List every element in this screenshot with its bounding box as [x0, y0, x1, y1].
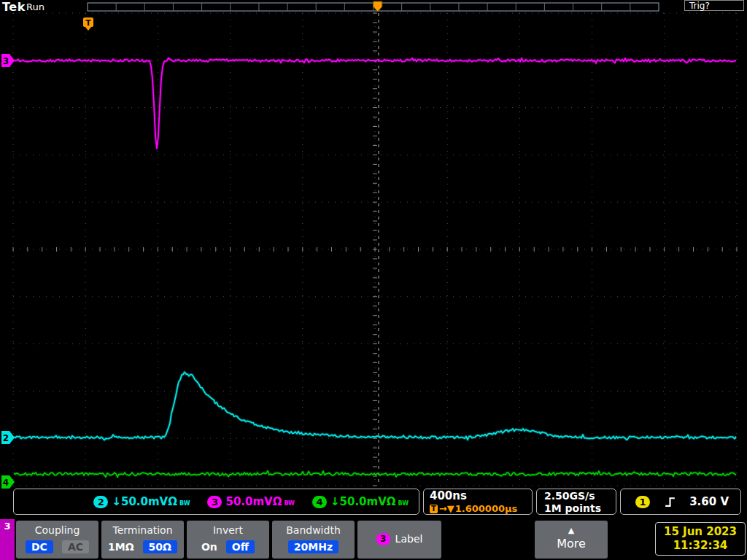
option-20mhz[interactable]: 20MHz — [288, 540, 338, 553]
menu-button-invert[interactable]: InvertOnOff — [187, 521, 269, 559]
channel-readout-3[interactable]: 350.0mVΩBW — [207, 495, 294, 508]
svg-text:4: 4 — [3, 478, 9, 488]
trace-ch4 — [14, 471, 736, 478]
trace-ch2 — [14, 372, 736, 440]
menu-button-title: Termination — [112, 524, 172, 536]
channel-2-scale: ↓50.0mVΩ — [112, 495, 177, 508]
channel-4-scale: ↓50.0mVΩ — [330, 495, 396, 508]
svg-text:T: T — [85, 18, 91, 28]
acquisition-readout: 2.50GS/s 1M points — [536, 489, 616, 515]
record-length: 1M points — [544, 502, 608, 514]
more-up-arrow-icon: ▲ — [568, 527, 574, 534]
option-on[interactable]: On — [201, 540, 217, 553]
channel-3-badge: 3 — [376, 533, 390, 545]
channel-marker-3 — [1, 54, 15, 67]
readout-bar: 2↓50.0mVΩBW350.0mVΩBW4↓50.0mVΩBW 400ns T… — [0, 487, 747, 518]
trigger-source-badge: 1 — [635, 496, 650, 508]
menu-button-label: Label — [395, 533, 423, 545]
trace-ch3 — [14, 58, 736, 149]
trigger-status-label: Trig? — [689, 1, 710, 11]
channel-2-badge: 2 — [93, 496, 108, 508]
option-1m[interactable]: 1MΩ — [108, 540, 134, 553]
option-dc[interactable]: DC — [26, 540, 53, 553]
channel-3-menu-tab[interactable]: 3 — [0, 519, 15, 560]
menu-button-title: Bandwidth — [286, 524, 341, 536]
option-50[interactable]: 50Ω — [143, 540, 177, 553]
acquisition-run-status: Run — [26, 1, 44, 12]
menu-button-title: Coupling — [35, 524, 80, 536]
menu-button-title: Invert — [213, 524, 243, 536]
trigger-readout[interactable]: 1 3.60 V — [620, 489, 741, 515]
oscilloscope-screen: Tek Run Trig? T324 2↓50.0mVΩBW350.0mVΩBW… — [0, 0, 747, 560]
trigger-level: 3.60 V — [689, 495, 729, 508]
channel-readout-2[interactable]: 2↓50.0mVΩBW — [93, 495, 190, 508]
menu-bar: 3 15 Jun 2023 11:32:34 CouplingDCACTermi… — [0, 519, 747, 560]
horizontal-readout[interactable]: 400ns T →▼ 1.600000µs — [423, 489, 533, 515]
menu-button-termination[interactable]: Termination1MΩ50Ω — [101, 521, 184, 559]
sample-rate: 2.50GS/s — [544, 490, 608, 502]
horizontal-position-prefix: →▼ — [439, 503, 454, 514]
scope-display: T324 — [0, 0, 747, 560]
svg-text:3: 3 — [3, 56, 9, 66]
channel-3-badge: 3 — [207, 496, 222, 508]
date-text: 15 Jun 2023 — [664, 525, 737, 539]
channel-4-badge: 4 — [312, 496, 327, 508]
horizontal-scale: 400ns — [430, 489, 526, 502]
trigger-status-box: Trig? — [684, 0, 744, 11]
tek-logo: Tek — [2, 0, 26, 14]
menu-button-label[interactable]: 3Label — [357, 521, 441, 559]
time-text: 11:32:34 — [673, 539, 728, 553]
option-ac[interactable]: AC — [62, 540, 89, 553]
datetime-box: 15 Jun 2023 11:32:34 — [655, 522, 746, 556]
rising-edge-icon — [664, 496, 676, 508]
bandwidth-limit-icon: BW — [179, 500, 190, 508]
horizontal-position: T →▼ 1.600000µs — [430, 503, 526, 514]
channel-3-scale: 50.0mVΩ — [225, 495, 282, 508]
bandwidth-limit-icon: BW — [398, 500, 409, 508]
option-off[interactable]: Off — [226, 540, 255, 553]
menu-button-more[interactable]: ▲More — [535, 521, 608, 559]
menu-button-label: More — [557, 537, 586, 551]
trigger-flag — [83, 18, 93, 27]
channel-3-tab-label: 3 — [4, 521, 10, 532]
channel-marker-2 — [1, 431, 15, 444]
horizontal-position-value: 1.600000µs — [455, 503, 518, 514]
svg-text:2: 2 — [3, 433, 9, 443]
menu-button-bandwidth[interactable]: Bandwidth20MHz — [272, 521, 355, 559]
top-bar: Tek Run Trig? — [0, 0, 747, 13]
channel-readouts: 2↓50.0mVΩBW350.0mVΩBW4↓50.0mVΩBW — [13, 489, 419, 515]
channel-readout-4[interactable]: 4↓50.0mVΩBW — [312, 495, 409, 508]
trigger-t-icon: T — [430, 505, 438, 513]
bandwidth-limit-icon: BW — [284, 500, 294, 508]
menu-button-coupling[interactable]: CouplingDCAC — [16, 521, 98, 559]
